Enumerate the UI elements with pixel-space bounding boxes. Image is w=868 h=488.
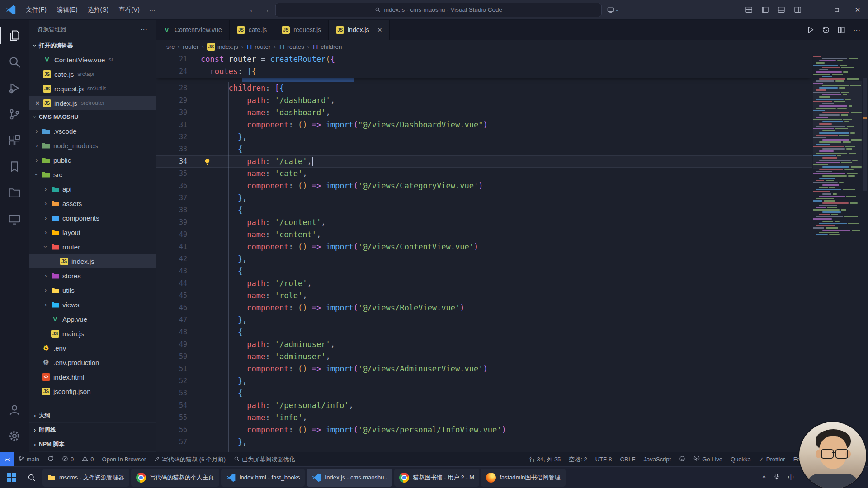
tree-item-.env.production[interactable]: ⚙.env.production	[29, 355, 156, 370]
status-language-mode[interactable]: JavaScript	[640, 452, 675, 466]
toggle-secondary-sidebar-icon[interactable]	[789, 0, 806, 19]
activity-run-and-debug-icon[interactable]	[0, 75, 29, 101]
project-header[interactable]: › CMS-MAOSHU	[29, 110, 156, 124]
breadcrumb-children[interactable]: []children	[312, 43, 342, 50]
tree-item-main.js[interactable]: JSmain.js	[29, 326, 156, 341]
breadcrumb-index.js[interactable]: JSindex.js	[207, 43, 238, 51]
open-editor-index.js[interactable]: ✕JSindex.jssrc\router	[29, 96, 156, 110]
breadcrumb-routes[interactable]: []routes	[279, 43, 304, 50]
open-editor-request.js[interactable]: JSrequest.jssrc\utils	[29, 81, 156, 96]
taskbar-firefox[interactable]: fastadmin图书借阅管理	[481, 469, 565, 487]
tab-index.js[interactable]: JSindex.js✕	[329, 20, 390, 40]
tree-item-App.vue[interactable]: VApp.vue	[29, 312, 156, 326]
activity-bookmarks-icon[interactable]	[0, 154, 29, 180]
status-remote-indicator[interactable]: ><	[0, 452, 14, 466]
status-indentation[interactable]: 空格: 2	[565, 452, 591, 466]
status-problems-warnings[interactable]: 0	[78, 452, 98, 466]
tree-item-router[interactable]: ›router	[29, 239, 156, 254]
breadcrumb-router[interactable]: []router	[246, 43, 271, 50]
toggle-panel-icon[interactable]	[773, 0, 789, 19]
status-encoding[interactable]: UTF-8	[591, 452, 616, 466]
tree-item-layout[interactable]: ›layout	[29, 225, 156, 239]
code-line-28[interactable]: 28 children: [{	[156, 82, 812, 94]
minimap[interactable]	[813, 53, 862, 452]
activity-extensions-icon[interactable]	[0, 127, 29, 154]
split-editor-icon[interactable]	[835, 23, 848, 37]
tree-item-api[interactable]: ›api	[29, 182, 156, 196]
tree-item-index.js[interactable]: JSindex.js	[29, 254, 156, 268]
show-hidden-icons[interactable]: ^	[759, 469, 769, 486]
command-center[interactable]: index.js - cms-maoshu - Visual Studio Co…	[275, 3, 602, 17]
activity-settings-icon[interactable]	[0, 423, 29, 449]
open-editors-header[interactable]: › 打开的编辑器	[29, 39, 156, 52]
status-git-branch[interactable]: main	[14, 452, 43, 466]
code-line-56[interactable]: 56 component: () => import('@/views/pers…	[156, 424, 812, 436]
activity-account-icon[interactable]	[0, 397, 29, 423]
tree-item-jsconfig.json[interactable]: JSjsconfig.json	[29, 384, 156, 399]
activity-source-control-icon[interactable]	[0, 101, 29, 127]
code-line-48[interactable]: 48 {	[156, 326, 812, 338]
code-line-51[interactable]: 51 component: () => import('@/views/Admi…	[156, 363, 812, 375]
customize-layout-icon[interactable]	[741, 0, 757, 19]
open-editor-ContentView.vue[interactable]: VContentView.vuesr...	[29, 52, 156, 67]
sticky-line-21[interactable]: 21const router = createRouter({	[156, 53, 812, 66]
code-line-45[interactable]: 45 name: 'role',	[156, 290, 812, 302]
code-line-35[interactable]: 35 name: 'cate',	[156, 168, 812, 180]
activity-project-manager-icon[interactable]	[0, 180, 29, 206]
code-line-47[interactable]: 47 },	[156, 314, 812, 326]
tree-item-public[interactable]: ›public	[29, 153, 156, 167]
menu-文件(F)[interactable]: 文件(F)	[21, 4, 52, 16]
start-button[interactable]	[3, 469, 21, 487]
status-quokka[interactable]: Quokka	[726, 452, 755, 466]
maximize-button[interactable]	[826, 0, 847, 19]
code-line-42[interactable]: 42 },	[156, 253, 812, 265]
code-line-43[interactable]: 43 {	[156, 265, 812, 277]
tree-item-.env[interactable]: ⚙.env	[29, 341, 156, 355]
code-line-29[interactable]: 29 path: '/dashboard',	[156, 94, 812, 107]
code-line-41[interactable]: 41 component: () => import('@/views/Cont…	[156, 241, 812, 253]
tree-item-stores[interactable]: ›stores	[29, 268, 156, 283]
taskbar-search[interactable]	[23, 469, 41, 487]
status-go-live[interactable]: Go Live	[689, 452, 726, 466]
code-line-34[interactable]: 34 path: '/cate',	[156, 155, 812, 168]
taskbar-chrome-1[interactable]: 写代码的猫叔的个人主页	[131, 469, 219, 487]
more-actions-icon[interactable]: ⋯	[140, 25, 147, 34]
code-line-38[interactable]: 38 {	[156, 204, 812, 216]
menu-选择(S)[interactable]: 选择(S)	[83, 4, 114, 16]
close-icon[interactable]: ✕	[377, 27, 382, 33]
status-problems-errors[interactable]: 0	[58, 452, 78, 466]
tree-item-node_modules[interactable]: ›node_modules	[29, 138, 156, 153]
tree-item-views[interactable]: ›views	[29, 297, 156, 312]
code-line-46[interactable]: 46 component: () => import('@/views/Role…	[156, 302, 812, 314]
ime-mode[interactable]: 中	[784, 469, 797, 486]
code-line-49[interactable]: 49 path: '/adminuser',	[156, 338, 812, 351]
nav-forward-icon[interactable]: →	[262, 5, 270, 14]
close-icon[interactable]: ✕	[33, 100, 42, 107]
status-eol[interactable]: CRLF	[616, 452, 640, 466]
section-NPM 脚本[interactable]: ›NPM 脚本	[29, 437, 156, 452]
taskbar-chrome-2[interactable]: 猫叔图书馆 - 用户 2 - M	[394, 469, 479, 487]
microphone[interactable]	[770, 469, 783, 486]
code-line-57[interactable]: 57 },	[156, 436, 812, 448]
activity-search-icon[interactable]	[0, 49, 29, 75]
code-line-32[interactable]: 32 },	[156, 131, 812, 143]
code-line-52[interactable]: 52 },	[156, 375, 812, 387]
taskbar-vscode-1[interactable]: index.html - fast_books	[221, 469, 305, 487]
code-line-31[interactable]: 31 component: () => import("@/views/Dash…	[156, 119, 812, 131]
sticky-line-24[interactable]: 24 routes: [{	[156, 66, 812, 78]
close-button[interactable]: ✕	[847, 0, 868, 19]
status-gitlens-commit[interactable]: 写代码的猫叔 (6 个月前)	[150, 452, 230, 466]
code-line-33[interactable]: 33 {	[156, 143, 812, 155]
tab-ContentView.vue[interactable]: VContentView.vue	[156, 20, 230, 40]
screencast-icon[interactable]: ⌄	[607, 6, 619, 14]
code-line-55[interactable]: 55 name: 'info',	[156, 412, 812, 424]
run-code-icon[interactable]	[804, 23, 817, 37]
code-line-40[interactable]: 40 name: 'content',	[156, 229, 812, 241]
code-line-37[interactable]: 37 },	[156, 192, 812, 204]
open-editor-cate.js[interactable]: JScate.jssrc\api	[29, 67, 156, 81]
section-大纲[interactable]: ›大纲	[29, 408, 156, 423]
menu-查看(V)[interactable]: 查看(V)	[113, 4, 145, 16]
minimize-button[interactable]: ─	[806, 0, 826, 19]
section-时间线[interactable]: ›时间线	[29, 423, 156, 437]
activity-explorer-icon[interactable]	[0, 23, 29, 49]
